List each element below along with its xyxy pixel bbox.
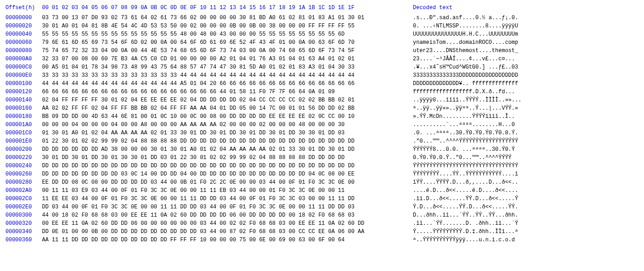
decoded-text-cell: 0. ...‹NTLMSSP........8....ÿÿÿÿU <box>407 22 518 30</box>
hex-row: 000002C011 EE EE 03 44 00 0F 01 F0 3C 3C… <box>5 195 639 203</box>
decoded-text-cell: ynameisTom....domainROCO....comp <box>407 38 518 47</box>
decoded-text-cell: ....é.D...ð<<.....ë.D....ð<<.... <box>407 186 518 195</box>
hex-bytes-cell: 66 66 66 66 66 66 66 66 66 66 66 66 66 6… <box>42 88 407 96</box>
decoded-text-cell: îÝÝ....ÝÝÝÝ.D...ð,,....D...ð<<.. <box>407 178 518 186</box>
hex-row: 00000280EE DD DD 08 0C 08 00 DD DD DD DD… <box>5 178 639 186</box>
hex-row: 0000012066 66 66 66 66 66 66 66 66 66 66… <box>5 88 639 96</box>
decoded-text-cell: ».ÝÝ.McDn.........ÝÝÝÝîîîî..Ì.. <box>407 112 515 121</box>
hex-bytes-cell: 44 44 44 44 44 44 44 44 44 44 44 44 44 4… <box>42 80 407 88</box>
offset-cell: 00000020 <box>5 22 42 30</box>
hex-bytes-cell: EE DD DD 08 0C 08 00 DD DD DD DD 03 44 0… <box>42 178 407 186</box>
hex-bytes-cell: AA 02 02 FF FF 02 04 FF FF BB BB 02 04 F… <box>42 104 407 112</box>
hex-row: 000000C000 A5 01 04 01 78 34 98 73 48 99… <box>5 63 639 71</box>
hex-row: 0000014002 04 FF FF FF FF 30 01 02 04 EE… <box>5 96 639 104</box>
offset-cell: 00000360 <box>5 236 42 244</box>
hex-row: 0000000003 73 00 13 07 D0 93 02 73 61 64… <box>5 14 639 22</box>
decoded-text-cell: ."0...™™..^^^^ÝÝÝÝÝÝÝÝÝÝÝÝÝÝÝÝÝÝ <box>407 137 518 145</box>
hex-bytes-cell: 01 22 30 01 02 02 99 99 02 04 88 88 88 8… <box>42 137 407 145</box>
offset-cell: 00000320 <box>5 219 42 228</box>
decoded-text-cell: ..ÿÿÿÿ0...îîîî..ÝÝÝÝ..ÌÌÌÌ..»»... <box>407 96 522 104</box>
header-hex-columns: 00 01 02 03 04 05 06 07 08 09 0A 0B 0C 0… <box>42 4 407 12</box>
offset-cell: 00000200 <box>5 145 42 154</box>
header-offset-label: Offset(h) <box>5 4 42 12</box>
offset-cell: 00000120 <box>5 88 42 96</box>
hex-bytes-cell: DD DD DD DD DD DD AD 38 00 00 00 30 01 3… <box>42 145 407 154</box>
offset-cell: 00000040 <box>5 30 42 38</box>
decoded-text-cell: DDDDDDDDDDDDDD¥.. ffffffffffffff <box>407 80 518 88</box>
hex-bytes-cell: 11 EE EE 03 44 00 0F 01 F0 3C 3C 0E 00 0… <box>42 195 407 203</box>
header-decoded-label: Decoded text <box>407 4 452 12</box>
decoded-text-cell: D...ðhh..îî...`ÝÝ..ÝÝ..ÝÝ...ðhh. <box>407 211 518 219</box>
offset-cell: 00000000 <box>5 14 42 22</box>
hex-bytes-cell: 30 01 DD 30 01 DD 30 01 30 30 01 DD 03 0… <box>42 154 407 162</box>
hex-bytes-cell: 03 73 00 13 07 D0 93 02 73 61 64 02 61 7… <box>42 14 407 22</box>
decoded-text-cell: .0. ...ªªªª..30.Ý0.Ý0.Ý0.Ý0.0.Ý. <box>407 129 518 137</box>
decoded-text-cell: 33333333333333DDDDDDDDDDDDDDDDDD <box>407 71 518 80</box>
decoded-text-cell: uter23....DNSthemost....themost_ <box>407 47 518 55</box>
hex-bytes-cell: DD DD DD DD DD DD DD DD DD DD DD DD DD D… <box>42 162 407 170</box>
offset-cell: 00000100 <box>5 80 42 88</box>
decoded-text-cell: ÝÝÝÝÝÝÝÝ....ÝÝ..ÝÝÝÝÝÝÝÝÝÝÝ....î <box>407 170 518 178</box>
offset-cell: 000001E0 <box>5 137 42 145</box>
offset-cell: 00000340 <box>5 228 42 236</box>
decoded-text-cell: 0.Ý0.Ý0.0.Ý.."0...™™..^^^^ÝÝÝÝ <box>407 154 512 162</box>
decoded-text-cell: ffffffffffffffffff.D.X.ð..fd... <box>407 88 515 96</box>
hex-header: Offset(h) 00 01 02 03 04 05 06 07 08 09 … <box>5 4 639 12</box>
decoded-text-cell: Ý.....ÝÝÝÝÝÝÝÝÝ.D.‡.ðhh..ÌÌî...ª <box>407 228 518 236</box>
hex-row: 00000200DD DD DD DD DD DD AD 38 00 00 00… <box>5 145 639 154</box>
offset-cell: 000002E0 <box>5 203 42 211</box>
decoded-text-cell: .s...Ð".sad.asf....0.½ a...ƒ¡.0. <box>407 14 518 22</box>
decoded-text-cell: .¥...x4˜sH™Cud^WGtG0.] ...ƒ£..03 <box>407 63 518 71</box>
hex-bytes-cell: 75 74 65 72 32 33 04 00 0A 00 44 4E 53 7… <box>42 47 407 55</box>
hex-row: 00000340DD 0E 01 00 00 0B 00 DD DD DD DD… <box>5 228 639 236</box>
hex-row: 00000360AA 11 11 DD DD DD DD DD DD DD DD… <box>5 236 639 244</box>
hex-row: 00000180BB 09 DD DD 00 4D 63 44 6E 81 00… <box>5 112 639 121</box>
hex-bytes-cell: BB 09 DD DD 00 4D 63 44 6E 81 00 01 0C 1… <box>42 112 407 121</box>
hex-row: 0000032000 EE EE 11 0A 02 60 DD DD 06 00… <box>5 219 639 228</box>
decoded-text-cell: .îî...`ÝÝ.......D. .ðhh..îî...`Ý <box>407 219 518 228</box>
hex-row: 0000002030 01 A0 01 04 81 8B 4E 54 4C 4D… <box>5 22 639 30</box>
hex-row: 00000240DD DD DD DD DD DD DD DD DD DD DD… <box>5 162 639 170</box>
hex-row: 0000006079 6E 61 6D 65 69 73 54 6F 6D 02… <box>5 38 639 47</box>
hex-bytes-cell: 00 A5 01 04 01 78 34 98 73 48 99 43 75 6… <box>42 63 407 71</box>
decoded-text-cell: .îî.D...ð<<.....ÝÝ.D...ð<<.....Ý <box>407 195 518 203</box>
hex-bytes-cell: DD 03 44 00 0F 01 F0 3C 3C 0E 00 00 11 1… <box>42 203 407 211</box>
hex-row: 0000010044 44 44 44 44 44 44 44 44 44 44… <box>5 80 639 88</box>
decoded-text-cell: UUUUUUUUUUUUUUUH.H.C...UUUUUUUUm <box>407 30 518 38</box>
hex-bytes-cell: 00 EE EE 11 0A 02 60 DD DD 06 00 00 00 0… <box>42 219 407 228</box>
offset-cell: 00000220 <box>5 154 42 162</box>
hex-row: 000002E0DD 03 44 00 0F 01 F0 3C 3C 0E 00… <box>5 203 639 211</box>
decoded-text-cell: ª..ÝÝÝÝÝÝÝÝÝÝÿÿÿ....u.n.i.c.o.d <box>407 236 515 244</box>
offset-cell: 000000C0 <box>5 63 42 71</box>
hex-row: 00000160AA 02 02 FF FF 02 04 FF FF BB BB… <box>5 104 639 112</box>
hex-bytes-cell: DD 0E 01 00 00 0B 00 DD DD DD DD DD DD D… <box>42 228 407 236</box>
hex-bytes-cell: 55 55 55 55 55 55 55 55 55 55 55 55 55 5… <box>42 30 407 38</box>
offset-cell: 000001A0 <box>5 121 42 129</box>
decoded-text-cell: ÝÝÝÝÝÝ­8...0.0. ...ªªªª..30.Ý0.Ý <box>407 145 515 154</box>
hex-row: 000001E001 22 30 01 02 02 99 99 02 04 88… <box>5 137 639 145</box>
hex-bytes-cell: DD DD DD DD DD DD DD DD 03 0C 14 00 DD D… <box>42 170 407 178</box>
offset-cell: 000001C0 <box>5 129 42 137</box>
offset-cell: 000002C0 <box>5 195 42 203</box>
offset-cell: 00000140 <box>5 96 42 104</box>
hex-bytes-cell: 79 6E 61 6D 65 69 73 54 6F 6D 02 00 0A 0… <box>42 38 407 47</box>
offset-cell: 00000080 <box>5 47 42 55</box>
offset-cell: 00000160 <box>5 104 42 112</box>
offset-cell: 00000260 <box>5 170 42 178</box>
offset-cell: 000000A0 <box>5 55 42 63</box>
hex-bytes-cell: 02 04 FF FF FF FF 30 01 02 04 EE EE EE E… <box>42 96 407 104</box>
decoded-text-cell: Ý.D...ð<<.....ÝÝ.D...ð<<.....ÝÝ. <box>407 203 518 211</box>
hex-bytes-cell: 44 00 18 02 F0 68 68 03 00 EE EE 11 0A 0… <box>42 211 407 219</box>
hex-bytes-cell: 00 11 11 03 E9 03 44 00 0F 01 F0 3C 3C 0… <box>42 186 407 195</box>
decoded-text-cell: ÝÝÝÝÝÝÝÝÝÝÝÝÝÝÝÝÝÝÝÝÝÝÝÝÝÝÝÝÝÝÝÝ <box>407 162 518 170</box>
hex-row: 0000030044 00 18 02 F0 68 68 03 00 EE EE… <box>5 211 639 219</box>
hex-bytes-cell: 33 33 33 33 33 33 33 33 33 33 33 33 33 3… <box>42 71 407 80</box>
decoded-text-cell: ..........¨...ªªªª........H...0 <box>407 121 515 129</box>
hex-row: 000001A000 00 00 04 00 00 00 04 00 00 A8… <box>5 121 639 129</box>
offset-cell: 00000300 <box>5 211 42 219</box>
hex-bytes-cell: 32 33 07 00 08 00 60 7E B3 4A C5 C0 CD 0… <box>42 55 407 63</box>
offset-cell: 00000280 <box>5 178 42 186</box>
hex-bytes-cell: 00 00 00 04 00 00 00 04 00 00 A8 00 00 0… <box>42 121 407 129</box>
hex-row: 000001C001 30 01 A0 01 02 04 AA AA AA AA… <box>5 129 639 137</box>
hex-row: 0000008075 74 65 72 32 33 04 00 0A 00 44… <box>5 47 639 55</box>
